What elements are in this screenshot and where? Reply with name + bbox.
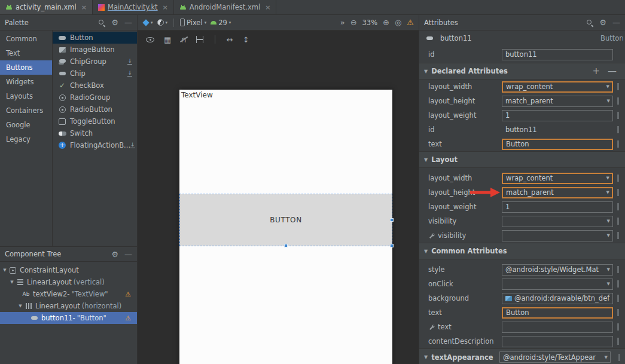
- gear-icon[interactable]: ⚙: [111, 19, 118, 26]
- gear-icon[interactable]: ⚙: [599, 19, 606, 26]
- attr-flag[interactable]: [617, 295, 619, 302]
- show-borders-icon[interactable]: ▦: [164, 35, 171, 44]
- layout-height-combo[interactable]: match_parent ▼: [502, 187, 613, 198]
- download-icon[interactable]: ↓: [127, 59, 132, 65]
- close-icon[interactable]: ×: [163, 4, 168, 11]
- warning-icon[interactable]: ⚠: [125, 315, 131, 322]
- component-radiogroup[interactable]: RadioGroup: [53, 91, 137, 103]
- attr-flag[interactable]: [617, 97, 619, 105]
- close-icon[interactable]: ×: [265, 4, 270, 11]
- layout-weight-field[interactable]: 1: [502, 201, 613, 213]
- attr-flag[interactable]: [617, 112, 619, 119]
- attr-flag[interactable]: [617, 83, 619, 90]
- attr-flag[interactable]: [617, 126, 619, 133]
- device-selector[interactable]: Pixel ▾: [180, 19, 206, 27]
- category-legacy[interactable]: Legacy: [0, 132, 52, 146]
- tools-visibility-combo[interactable]: ▼: [502, 230, 613, 241]
- component-togglebutton[interactable]: ToggleButton: [53, 115, 137, 127]
- section-common-attributes[interactable]: ▼ Common Attributes: [419, 243, 625, 259]
- layout-height-combo[interactable]: match_parent ▼: [502, 96, 613, 107]
- tree-node-button11[interactable]: button11- "Button" ⚠: [0, 312, 137, 324]
- zoom-level[interactable]: 33%: [362, 19, 378, 27]
- attr-flag[interactable]: [617, 323, 619, 331]
- contentdescription-field[interactable]: [502, 336, 613, 347]
- tab-activity-main-xml[interactable]: activity_main.xml ×: [0, 0, 93, 14]
- search-icon[interactable]: [586, 19, 593, 26]
- id-field[interactable]: button11: [502, 49, 613, 60]
- visibility-combo[interactable]: ▼: [502, 216, 613, 227]
- warning-icon[interactable]: ⚠: [407, 18, 414, 27]
- tools-text-field[interactable]: [502, 322, 613, 333]
- search-icon[interactable]: [98, 19, 105, 26]
- chevron-down-icon[interactable]: ▼: [1, 268, 8, 273]
- add-attribute-icon[interactable]: +: [592, 68, 600, 75]
- zoom-fit-icon[interactable]: ◎: [395, 18, 401, 27]
- minimize-icon[interactable]: —: [612, 19, 620, 26]
- tab-mainactivity-kt[interactable]: MainActivity.kt ×: [93, 0, 174, 14]
- attr-flag[interactable]: [617, 309, 619, 316]
- section-textappearance[interactable]: ▼ textAppearance @android:style/TextAppe…: [419, 348, 625, 364]
- autoconnect-off-magnet-icon[interactable]: ∩: [181, 35, 187, 44]
- guidelines-icon[interactable]: [196, 36, 203, 43]
- component-radiobutton[interactable]: RadioButton: [53, 103, 137, 115]
- component-imagebutton[interactable]: ImageButton: [53, 44, 137, 56]
- align-horizontal-icon[interactable]: ↔: [227, 35, 233, 44]
- category-buttons[interactable]: Buttons: [0, 60, 52, 75]
- attr-flag[interactable]: [617, 203, 619, 210]
- zoom-out-icon[interactable]: ⊖: [350, 18, 357, 27]
- category-layouts[interactable]: Layouts: [0, 89, 52, 103]
- attr-flag[interactable]: [617, 266, 619, 273]
- textappearance-combo[interactable]: @android:style/TextAppear ▼: [499, 351, 611, 363]
- layout-width-combo[interactable]: wrap_content ▼: [502, 173, 613, 184]
- overflow-chevrons-icon[interactable]: »: [340, 18, 345, 27]
- category-common[interactable]: Common: [0, 32, 52, 46]
- close-icon[interactable]: ×: [81, 4, 87, 11]
- canvas-button[interactable]: BUTTON: [180, 194, 392, 246]
- zoom-in-icon[interactable]: ⊕: [383, 18, 389, 27]
- category-widgets[interactable]: Widgets: [0, 75, 52, 89]
- remove-attribute-icon[interactable]: —: [608, 68, 617, 75]
- tree-node-textview2[interactable]: textView2- "TextView" ⚠: [0, 288, 137, 300]
- orientation-selector[interactable]: ▾: [157, 19, 168, 26]
- api-level-selector[interactable]: 29 ▾: [211, 19, 231, 27]
- component-button[interactable]: Button: [53, 32, 137, 44]
- component-chip[interactable]: Chip ↓: [53, 68, 137, 79]
- text-field[interactable]: Button: [502, 307, 613, 319]
- component-checkbox[interactable]: CheckBox: [53, 79, 137, 91]
- category-text[interactable]: Text: [0, 46, 52, 60]
- gear-icon[interactable]: ⚙: [111, 250, 118, 258]
- tab-androidmanifest-xml[interactable]: AndroidManifest.xml ×: [174, 0, 277, 14]
- category-containers[interactable]: Containers: [0, 103, 52, 118]
- layout-width-combo[interactable]: wrap_content ▼: [502, 81, 613, 93]
- minimize-icon[interactable]: —: [124, 19, 132, 26]
- text-field[interactable]: Button: [502, 139, 613, 150]
- view-options-icon[interactable]: [146, 37, 154, 42]
- download-icon[interactable]: ↓: [127, 71, 132, 77]
- section-declared-attributes[interactable]: ▼ Declared Attributes + —: [419, 63, 625, 79]
- tree-node-linearlayout-horizontal[interactable]: ▼ LinearLayout (horizontal): [0, 300, 137, 312]
- download-icon[interactable]: ↓: [130, 142, 135, 148]
- layout-weight-field[interactable]: 1: [502, 110, 613, 121]
- chevron-down-icon[interactable]: ▼: [17, 304, 24, 308]
- attr-flag[interactable]: [617, 175, 619, 182]
- attr-flag[interactable]: [617, 338, 619, 345]
- onclick-combo[interactable]: ▼: [502, 279, 613, 290]
- canvas-textview[interactable]: TextView: [181, 91, 213, 99]
- attr-flag[interactable]: [618, 354, 620, 361]
- design-mode-selector[interactable]: ▾: [142, 19, 153, 26]
- component-chipgroup[interactable]: ChipGroup ↓: [53, 56, 137, 68]
- tree-node-constraintlayout[interactable]: ▼ ConstraintLayout: [0, 264, 137, 276]
- canvas[interactable]: ▦ ∩ ↔ ↕ TextView BUTTON: [138, 30, 419, 364]
- minimize-icon[interactable]: —: [124, 250, 132, 258]
- attr-flag[interactable]: [617, 189, 619, 196]
- chevron-down-icon[interactable]: ▼: [8, 280, 16, 285]
- section-layout[interactable]: ▼ Layout: [419, 151, 625, 168]
- warning-icon[interactable]: ⚠: [125, 291, 131, 298]
- attr-flag[interactable]: [617, 232, 619, 239]
- category-google[interactable]: Google: [0, 118, 52, 132]
- style-combo[interactable]: @android:style/Widget.Mat ▼: [502, 264, 613, 276]
- attr-flag[interactable]: [617, 218, 619, 225]
- attr-flag[interactable]: [617, 280, 619, 287]
- align-vertical-icon[interactable]: ↕: [243, 35, 249, 44]
- background-field[interactable]: @android:drawable/btn_defau: [502, 293, 613, 304]
